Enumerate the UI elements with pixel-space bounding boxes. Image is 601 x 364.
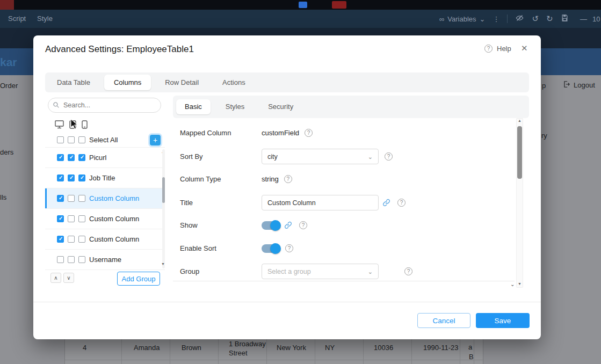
checkbox-desktop[interactable] <box>57 174 64 181</box>
tab-data-table[interactable]: Data Table <box>47 75 100 90</box>
scrollbar-thumb[interactable] <box>162 177 165 203</box>
undo-icon[interactable]: ↺ <box>532 14 539 24</box>
checkbox-desktop[interactable] <box>57 195 64 202</box>
modal-footer-divider <box>33 302 541 302</box>
tab-basic[interactable]: Basic <box>176 99 211 114</box>
reorder-controls: ∧ ∨ <box>50 273 74 283</box>
help-button[interactable]: ? Help <box>484 45 511 53</box>
link-icon[interactable] <box>382 199 390 207</box>
field-label: Mapped Column <box>180 129 262 137</box>
help-icon[interactable]: ? <box>285 244 293 252</box>
scroll-down-icon[interactable]: ▼ <box>518 282 522 286</box>
column-row-picurl[interactable]: Picurl <box>45 148 165 168</box>
menu-script[interactable]: Script <box>8 10 26 28</box>
checkbox-desktop[interactable] <box>57 256 64 263</box>
variables-dropdown[interactable]: ∞ Variables ⌄ <box>439 15 485 23</box>
titlebar-badge-center <box>299 2 307 8</box>
checkbox-mobile[interactable] <box>78 195 85 202</box>
os-titlebar <box>0 0 601 10</box>
column-row-custom-selected[interactable]: Custom Column <box>45 188 165 209</box>
modal-tabbar: Data Table Columns Row Detail Actions <box>45 72 529 92</box>
toolbar-divider <box>507 14 508 23</box>
scroll-down-icon[interactable]: ▼ <box>161 262 165 266</box>
move-up-button[interactable]: ∧ <box>50 273 61 283</box>
column-row-username[interactable]: Username <box>45 250 165 270</box>
tab-styles[interactable]: Styles <box>217 99 253 114</box>
scrollbar-thumb[interactable] <box>517 126 522 179</box>
checkbox-mobile[interactable] <box>78 215 85 222</box>
mobile-icon[interactable] <box>82 120 88 130</box>
kebab-menu-icon[interactable]: ⋮ <box>493 15 499 23</box>
checkbox-mobile[interactable] <box>78 236 85 243</box>
show-toggle[interactable] <box>262 221 280 230</box>
sort-by-select[interactable]: city ⌄ <box>262 149 379 164</box>
checkbox-mobile[interactable] <box>78 256 85 263</box>
tab-row-detail[interactable]: Row Detail <box>155 75 208 90</box>
settings-scrollbar[interactable]: ▲ ▼ <box>516 118 523 288</box>
field-label: Title <box>180 199 262 207</box>
checkbox-mobile[interactable] <box>78 154 85 161</box>
help-icon[interactable]: ? <box>299 221 307 229</box>
chevron-down-icon: ⌄ <box>368 154 373 159</box>
checkbox-desktop[interactable] <box>57 136 64 143</box>
field-mapped-column: Mapped Column customField ? <box>180 125 313 141</box>
save-button[interactable]: Save <box>476 313 530 328</box>
checkbox-tablet[interactable] <box>68 195 75 202</box>
titlebar-badge-left <box>0 0 14 10</box>
checkbox-desktop[interactable] <box>57 215 64 222</box>
help-icon[interactable]: ? <box>397 199 406 207</box>
checkbox-desktop[interactable] <box>57 154 64 161</box>
close-icon[interactable]: ✕ <box>521 43 528 53</box>
group-select[interactable]: Select a group ⌄ <box>262 264 379 279</box>
column-list-scrollbar[interactable] <box>162 149 165 268</box>
checkbox-tablet[interactable] <box>68 215 75 222</box>
checkbox-tablet[interactable] <box>68 136 75 143</box>
zoom-out-icon[interactable]: — <box>580 15 587 23</box>
link-icon[interactable] <box>284 221 292 229</box>
menu-style[interactable]: Style <box>37 10 53 28</box>
redo-icon[interactable]: ↻ <box>546 14 553 24</box>
field-sort-by: Sort By city ⌄ ? <box>180 149 393 164</box>
save-icon[interactable] <box>561 14 569 24</box>
mapped-column-value: customField <box>262 129 299 137</box>
checkbox-tablet[interactable] <box>68 154 75 161</box>
infinity-icon: ∞ <box>439 15 444 23</box>
checkbox-tablet[interactable] <box>68 236 75 243</box>
tab-security[interactable]: Security <box>259 99 302 114</box>
column-row-job-title[interactable]: Job Title <box>45 168 165 188</box>
column-row-custom-3[interactable]: Custom Column <box>45 229 165 250</box>
search-icon <box>53 101 60 110</box>
column-row-custom-2[interactable]: Custom Column <box>45 209 165 229</box>
chevron-down-icon: ⌄ <box>480 15 486 23</box>
enable-sort-toggle[interactable] <box>262 244 280 253</box>
cancel-button[interactable]: Cancel <box>417 313 470 328</box>
help-icon[interactable]: ? <box>385 152 393 161</box>
toolbar-right-group: ∞ Variables ⌄ ⋮ ↺ ↻ <box>439 10 569 28</box>
scroll-down-icon[interactable]: ⌄ <box>510 281 515 287</box>
tab-columns[interactable]: Columns <box>104 75 151 90</box>
preview-eye-icon[interactable] <box>515 14 524 24</box>
add-group-button[interactable]: Add Group <box>117 272 160 286</box>
title-input[interactable] <box>262 195 379 210</box>
help-icon[interactable]: ? <box>284 175 292 183</box>
checkbox-desktop[interactable] <box>57 236 64 243</box>
field-label: Column Type <box>180 175 262 183</box>
add-column-button[interactable]: + <box>150 135 161 145</box>
checkbox-mobile[interactable] <box>78 174 85 181</box>
desktop-icon[interactable] <box>55 120 64 130</box>
move-down-button[interactable]: ∨ <box>63 273 74 283</box>
scroll-up-icon[interactable]: ▲ <box>518 119 522 122</box>
checkbox-tablet[interactable] <box>68 256 75 263</box>
sort-by-value: city <box>267 153 278 161</box>
screen: Script Style ∞ Variables ⌄ ⋮ ↺ ↻ — 10 <box>0 0 601 364</box>
checkbox-mobile[interactable] <box>78 136 85 143</box>
help-icon[interactable]: ? <box>404 267 412 275</box>
search-input[interactable] <box>48 98 161 113</box>
checkbox-tablet[interactable] <box>68 174 75 181</box>
select-all-row[interactable]: Select All + <box>45 133 165 148</box>
settings-tabbar: Basic Styles Security <box>173 96 529 118</box>
tab-actions[interactable]: Actions <box>213 75 255 90</box>
field-enable-sort: Enable Sort ? <box>180 241 293 256</box>
column-row-label: Username <box>89 256 121 264</box>
help-icon[interactable]: ? <box>305 129 313 137</box>
